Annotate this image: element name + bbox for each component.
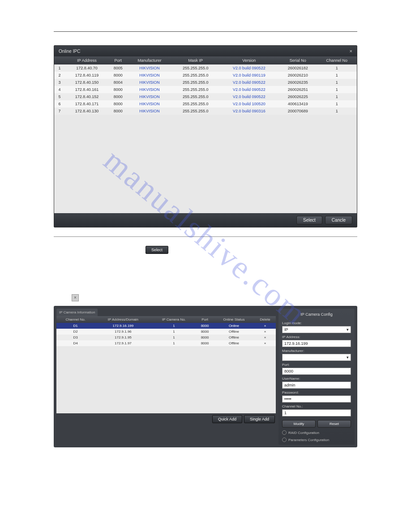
password-input[interactable]: ••••• — [282, 395, 351, 403]
ip-camera-panel: IP Camera Information Channel No. IP Add… — [54, 306, 357, 447]
col2-status: Online Status — [214, 316, 255, 323]
row-channel: 1 — [317, 86, 357, 93]
row2-delete-icon[interactable]: × — [254, 340, 276, 346]
table-row[interactable]: 1172.8.40.708005HIKVISION255.255.255.0V2… — [54, 64, 357, 72]
select-button[interactable]: Select — [296, 216, 322, 224]
table-row[interactable]: 5172.8.40.1528000HIKVISION255.255.255.0V… — [54, 93, 357, 100]
row-port: 8000 — [109, 107, 128, 115]
row-manufacturer: HIKVISION — [128, 100, 172, 107]
table-row[interactable]: 2172.8.40.1198000HIKVISION255.255.255.0V… — [54, 72, 357, 79]
row-mask: 255.255.255.0 — [171, 79, 219, 86]
row2-camno: 1 — [152, 323, 197, 329]
params-config-link[interactable]: Parameters Configuration — [282, 438, 351, 442]
row-manufacturer: HIKVISION — [128, 93, 172, 100]
row-index: 2 — [54, 72, 65, 79]
table-row[interactable]: D3172.9.1.9518000Offline× — [56, 335, 276, 340]
table-row[interactable]: 4172.8.40.1618000HIKVISION255.255.255.0V… — [54, 86, 357, 93]
row-serial: 260026225 — [279, 93, 317, 100]
row-serial: 260026251 — [279, 86, 317, 93]
row-ip: 172.8.40.150 — [65, 79, 109, 86]
camera-info-tab: IP Camera Information — [56, 309, 98, 316]
row-port: 8000 — [109, 86, 128, 93]
table-row[interactable]: 6172.8.40.1718000HIKVISION255.255.255.0V… — [54, 100, 357, 107]
dialog-footer: Select Cancle — [54, 213, 357, 227]
raid-config-link[interactable]: RAID Configuration — [282, 430, 351, 435]
row-ip: 172.8.40.152 — [65, 93, 109, 100]
single-add-button[interactable]: Single Add — [244, 415, 275, 423]
col2-delete: Delete — [254, 316, 276, 323]
row2-status: Offline — [214, 340, 255, 346]
col-manufacturer: Manufacturer — [128, 56, 172, 64]
row-serial: 400613419 — [279, 100, 317, 107]
divider-top — [54, 31, 357, 32]
row-channel: 1 — [317, 93, 357, 100]
row2-delete-icon[interactable]: × — [254, 335, 276, 340]
params-config-label: Parameters Configuration — [288, 438, 329, 442]
row-mask: 255.255.255.0 — [171, 72, 219, 79]
row-index: 5 — [54, 93, 65, 100]
table-row[interactable]: D1172.9.16.19918000Online× — [56, 323, 276, 329]
cancel-button[interactable]: Cancle — [325, 216, 352, 224]
row-port: 8005 — [109, 64, 128, 72]
row-channel: 1 — [317, 100, 357, 107]
row2-delete-icon[interactable]: × — [254, 323, 276, 329]
row-version: V2.0 build 090522 — [219, 86, 279, 93]
row-channel: 1 — [317, 79, 357, 86]
col-serial: Serial No — [279, 56, 317, 64]
col-mask: Mask IP — [171, 56, 219, 64]
table-row[interactable]: 3172.8.40.1508004HIKVISION255.255.255.0V… — [54, 79, 357, 86]
close-icon[interactable]: × — [350, 48, 352, 54]
row-mask: 255.255.255.0 — [171, 100, 219, 107]
row2-port: 8000 — [196, 323, 213, 329]
inline-close-icon[interactable]: × — [72, 294, 79, 301]
config-title: IP Camera Config — [282, 311, 351, 319]
col2-camno: IP Camera No. — [152, 316, 197, 323]
row-mask: 255.255.255.0 — [171, 86, 219, 93]
dialog-titlebar: Online IPC × — [54, 46, 357, 56]
row2-ip: 172.9.1.95 — [94, 335, 151, 340]
login-mode-label: Login mode: — [282, 321, 351, 325]
row-port: 8000 — [109, 100, 128, 107]
row-version: V2.0 build 090522 — [219, 79, 279, 86]
row2-channel: D1 — [56, 323, 94, 329]
username-input[interactable]: admin — [282, 382, 351, 389]
row-ip: 172.8.40.161 — [65, 86, 109, 93]
quick-add-button[interactable]: Quick Add — [212, 415, 242, 423]
row2-delete-icon[interactable]: × — [254, 329, 276, 335]
port-input[interactable]: 8000 — [282, 368, 351, 375]
inline-select-button[interactable]: Select — [146, 246, 168, 254]
ip-address-label: IP Address: — [282, 335, 351, 339]
row-index: 7 — [54, 107, 65, 115]
col-port: Port — [109, 56, 128, 64]
table-row[interactable]: D4172.9.1.9718000Offline× — [56, 340, 276, 346]
reset-button[interactable]: Reset — [317, 420, 351, 428]
modify-button[interactable]: Modify — [282, 420, 316, 428]
ip-camera-config-panel: IP Camera Config Login mode: IP ▾ IP Add… — [278, 309, 355, 445]
row-index: 4 — [54, 86, 65, 93]
raid-config-label: RAID Configuration — [288, 431, 319, 435]
row2-status: Offline — [214, 329, 255, 335]
row-port: 8000 — [109, 93, 128, 100]
channel-no-input[interactable]: 1 — [282, 409, 351, 416]
col-version: Version — [219, 56, 279, 64]
row-channel: 1 — [317, 107, 357, 115]
login-mode-select[interactable]: IP ▾ — [282, 326, 351, 333]
row-version: V2.0 build 090522 — [219, 93, 279, 100]
col2-channel: Channel No. — [56, 316, 94, 323]
table-empty-area — [54, 115, 357, 213]
row-port: 8004 — [109, 79, 128, 86]
ip-address-input[interactable]: 172.9.16.199 — [282, 340, 351, 347]
row2-channel: D2 — [56, 329, 94, 335]
table-row[interactable]: D2172.9.1.9618000Offline× — [56, 329, 276, 335]
row-channel: 1 — [317, 72, 357, 79]
row2-channel: D4 — [56, 340, 94, 346]
port-label: Port: — [282, 363, 351, 367]
row-ip: 172.8.40.171 — [65, 100, 109, 107]
row-index: 3 — [54, 79, 65, 86]
row-ip: 172.8.40.70 — [65, 64, 109, 72]
manufacturer-select[interactable]: ▾ — [282, 354, 351, 361]
table-row[interactable]: 7172.8.40.1308000HIKVISION255.255.255.0V… — [54, 107, 357, 115]
row-serial: 260026210 — [279, 72, 317, 79]
password-label: Password: — [282, 390, 351, 395]
row-manufacturer: HIKVISION — [128, 86, 172, 93]
